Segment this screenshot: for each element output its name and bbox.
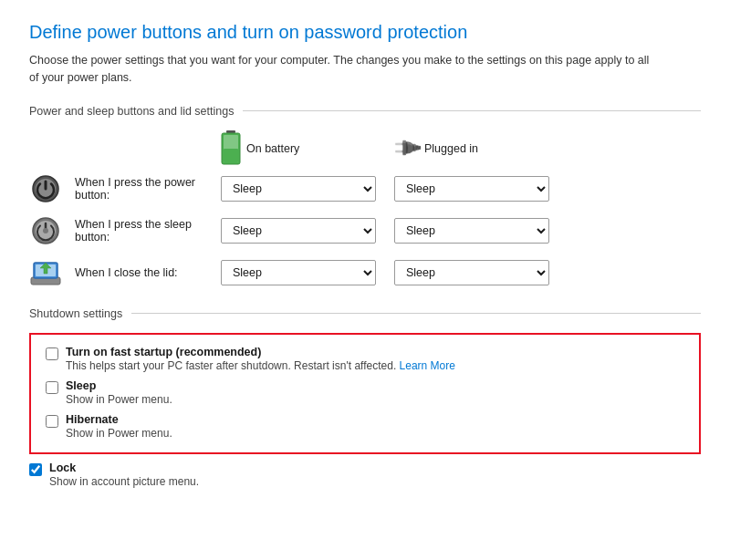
hibernate-checkbox[interactable] <box>46 415 58 428</box>
fast-startup-label: Turn on fast startup (recommended) <box>66 346 455 358</box>
plugged-icon: 🔌 <box>390 131 423 165</box>
lid-plugged-dropdown[interactable]: Do nothing Sleep Hibernate Shut down Tur… <box>394 260 549 285</box>
lock-label: Lock <box>49 461 199 474</box>
battery-icon <box>221 130 241 167</box>
section-divider <box>243 110 701 111</box>
svg-rect-3 <box>224 149 238 162</box>
fast-startup-desc: This helps start your PC faster after sh… <box>66 359 455 372</box>
power-section-header: Power and sleep buttons and lid settings <box>29 105 701 118</box>
lock-row: Lock Show in account picture menu. <box>29 461 701 488</box>
sleep-button-label: When I press the sleep button: <box>75 218 221 244</box>
sleep-label: Sleep <box>66 379 172 392</box>
plugged-label: Plugged in <box>424 142 478 155</box>
power-button-dropdowns: Do nothing Sleep Hibernate Shut down Tur… <box>221 176 549 202</box>
shutdown-options-box: Turn on fast startup (recommended) This … <box>29 333 701 454</box>
power-button-row: When I press the power button: Do nothin… <box>29 172 701 205</box>
hibernate-label: Hibernate <box>66 413 172 426</box>
sleep-button-battery-dropdown[interactable]: Do nothing Sleep Hibernate Shut down Tur… <box>221 218 376 244</box>
shutdown-section-header: Shutdown settings <box>29 307 701 320</box>
column-headers: On battery 🔌 Plugged in <box>29 130 701 167</box>
lid-label: When I close the lid: <box>75 266 221 279</box>
sleep-button-plugged-dropdown[interactable]: Do nothing Sleep Hibernate Shut down Tur… <box>394 218 549 244</box>
fast-startup-desc-text: This helps start your PC faster after sh… <box>66 359 396 372</box>
lid-icon <box>29 256 62 289</box>
svg-point-8 <box>43 228 48 233</box>
fast-startup-content: Turn on fast startup (recommended) This … <box>66 346 455 372</box>
sleep-content: Sleep Show in Power menu. <box>66 379 172 406</box>
hibernate-content: Hibernate Show in Power menu. <box>66 413 172 440</box>
shutdown-section: Shutdown settings Turn on fast startup (… <box>29 307 701 488</box>
fast-startup-checkbox[interactable] <box>46 347 58 360</box>
power-button-battery-dropdown[interactable]: Do nothing Sleep Hibernate Shut down Tur… <box>221 176 376 202</box>
plugged-column-header: 🔌 Plugged in <box>394 137 568 161</box>
sleep-checkbox[interactable] <box>46 381 58 394</box>
power-section-title: Power and sleep buttons and lid settings <box>29 105 234 118</box>
shutdown-section-divider <box>131 313 701 314</box>
sleep-desc: Show in Power menu. <box>66 393 172 406</box>
sleep-button-dropdowns: Do nothing Sleep Hibernate Shut down Tur… <box>221 218 549 244</box>
lid-dropdowns: Do nothing Sleep Hibernate Shut down Tur… <box>221 260 549 285</box>
power-button-plugged-dropdown[interactable]: Do nothing Sleep Hibernate Shut down Tur… <box>394 176 549 202</box>
lock-checkbox[interactable] <box>29 463 42 476</box>
power-icon <box>31 174 60 203</box>
lid-svg-icon <box>29 259 62 286</box>
lid-battery-dropdown[interactable]: Do nothing Sleep Hibernate Shut down Tur… <box>221 260 376 285</box>
fast-startup-row: Turn on fast startup (recommended) This … <box>46 346 684 372</box>
sleep-button-icon <box>29 214 62 247</box>
lid-row: When I close the lid: Do nothing Sleep H… <box>29 256 701 289</box>
learn-more-link[interactable]: Learn More <box>400 359 455 372</box>
sleep-row: Sleep Show in Power menu. <box>46 379 684 406</box>
page-title: Define power buttons and turn on passwor… <box>29 22 701 43</box>
page-description: Choose the power settings that you want … <box>29 52 650 87</box>
battery-label: On battery <box>246 142 299 155</box>
battery-column-header: On battery <box>221 130 394 167</box>
shutdown-section-title: Shutdown settings <box>29 307 122 320</box>
lock-content: Lock Show in account picture menu. <box>49 461 199 488</box>
sleep-icon <box>31 216 60 245</box>
power-button-label: When I press the power button: <box>75 176 221 202</box>
power-button-icon <box>29 172 62 205</box>
hibernate-desc: Show in Power menu. <box>66 427 172 440</box>
sleep-button-row: When I press the sleep button: Do nothin… <box>29 214 701 247</box>
lock-desc: Show in account picture menu. <box>49 475 199 488</box>
hibernate-row: Hibernate Show in Power menu. <box>46 413 684 440</box>
